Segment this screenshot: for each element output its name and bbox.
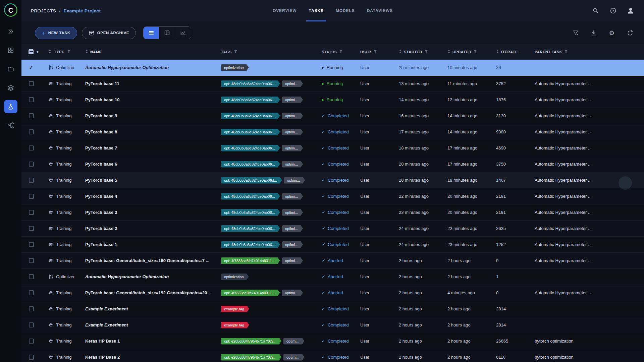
row-checkbox[interactable] [29, 290, 34, 295]
column-header-parent[interactable]: PARENT TASK [530, 50, 644, 54]
table-row[interactable]: TrainingPyTorch base 5opt: 48db0b8a6c824… [21, 172, 644, 188]
column-header-started[interactable]: STARTED [394, 49, 443, 54]
open-archive-button[interactable]: OPEN ARCHIVE [82, 27, 136, 39]
settings-button[interactable]: ⚙ [608, 29, 616, 37]
filter-icon[interactable] [67, 50, 71, 54]
auto-refresh-button[interactable] [626, 29, 634, 37]
task-name[interactable]: PyTorch base 3 [80, 210, 216, 215]
row-checkbox[interactable] [29, 178, 34, 183]
sidebar-item-dashboard[interactable] [4, 44, 17, 57]
row-checkbox[interactable] [29, 81, 34, 86]
breadcrumb-project-name[interactable]: Example Project [63, 8, 101, 13]
row-checkbox[interactable] [29, 97, 34, 102]
row-checkbox[interactable] [29, 129, 34, 134]
search-icon[interactable] [592, 7, 600, 15]
task-name[interactable]: PyTorch base 1 [80, 242, 216, 247]
filter-icon[interactable] [473, 50, 477, 54]
column-header-name[interactable]: NAME [80, 49, 216, 54]
task-name[interactable]: PyTorch base: General/batch_size=192 Gen… [80, 290, 216, 295]
filter-icon[interactable] [564, 50, 568, 54]
tab-models[interactable]: MODELS [336, 0, 355, 21]
row-checkbox[interactable] [29, 145, 34, 150]
table-row[interactable]: TrainingKeras HP Base 1opt: e205d684f795… [21, 333, 644, 349]
task-name[interactable]: PyTorch base 7 [80, 145, 216, 150]
table-row[interactable]: TrainingExample Experimentexample tag✓Co… [21, 317, 644, 333]
row-checkbox[interactable] [29, 355, 34, 360]
task-name[interactable]: PyTorch base 6 [80, 162, 216, 167]
column-header-status[interactable]: STATUS [317, 50, 356, 54]
tab-overview[interactable]: OVERVIEW [273, 0, 297, 21]
sort-icon[interactable] [447, 49, 450, 54]
column-header-type[interactable]: TYPE [44, 49, 80, 54]
row-checkbox[interactable] [29, 194, 34, 199]
table-row[interactable]: TrainingPyTorch base 9opt: 48db0b8a6c824… [21, 108, 644, 124]
download-button[interactable] [590, 29, 598, 37]
sidebar-item-experiments[interactable] [4, 100, 17, 113]
task-name[interactable]: Example Experiment [80, 306, 216, 311]
column-header-updated[interactable]: UPDATED [443, 49, 491, 54]
task-name[interactable]: PyTorch base: General/batch_size=160 Gen… [80, 258, 216, 263]
task-name[interactable]: Example Experiment [80, 322, 216, 327]
view-compare-button[interactable] [175, 27, 191, 39]
help-icon[interactable]: ? [609, 7, 617, 15]
filter-icon[interactable] [424, 50, 428, 54]
filter-icon[interactable] [373, 50, 377, 54]
column-header-iterations[interactable]: ITERATI... [491, 49, 530, 54]
row-checkbox[interactable] [29, 322, 34, 327]
table-row[interactable]: TrainingPyTorch base 1opt: 48db0b8a6c824… [21, 237, 644, 253]
task-name[interactable]: PyTorch base 10 [80, 97, 216, 102]
table-row[interactable]: TrainingPyTorch base 7opt: 48db0b8a6c824… [21, 140, 644, 156]
table-row[interactable]: TrainingPyTorch base 11opt: 48db0b8a6c82… [21, 76, 644, 92]
task-name[interactable]: PyTorch base 2 [80, 226, 216, 231]
task-name[interactable]: Keras HP Base 1 [80, 339, 216, 344]
new-task-button[interactable]: + NEW TASK [35, 27, 77, 39]
task-name[interactable]: PyTorch base 4 [80, 194, 216, 199]
sort-icon[interactable] [85, 49, 88, 54]
task-name[interactable]: PyTorch base 8 [80, 129, 216, 134]
row-checkbox[interactable] [29, 242, 34, 247]
table-row[interactable]: TrainingPyTorch base 10opt: 48db0b8a6c82… [21, 92, 644, 108]
row-checkbox[interactable] [29, 210, 34, 215]
sort-icon[interactable] [48, 49, 51, 54]
task-name[interactable]: Keras HP Base 2 [80, 355, 216, 360]
row-checkbox[interactable] [29, 339, 34, 344]
filter-icon[interactable] [234, 50, 237, 54]
row-checkbox[interactable] [29, 306, 34, 311]
avatar[interactable] [627, 7, 635, 15]
row-checkbox[interactable] [29, 274, 34, 279]
row-checkbox[interactable] [29, 113, 34, 118]
row-selected-check-icon[interactable]: ✓ [29, 64, 33, 71]
scroll-indicator[interactable] [619, 176, 632, 190]
sort-icon[interactable] [496, 49, 499, 54]
sidebar-item-pipelines[interactable] [4, 119, 17, 132]
table-row[interactable]: TrainingKeras HP Base 2opt: e205d684f795… [21, 349, 644, 362]
view-table-button[interactable] [144, 27, 159, 39]
row-checkbox[interactable] [29, 258, 34, 263]
reset-filters-button[interactable] [572, 29, 580, 37]
task-name[interactable]: Automatic Hyperparameter Optimization [80, 65, 216, 70]
tab-tasks[interactable]: TASKS [309, 0, 324, 21]
select-all-checkbox[interactable] [29, 49, 34, 54]
table-row[interactable]: TrainingPyTorch base 8opt: 48db0b8a6c824… [21, 124, 644, 140]
view-split-button[interactable] [159, 27, 175, 39]
table-row[interactable]: TrainingExample Experimentexample tag✓Co… [21, 301, 644, 317]
column-header-user[interactable]: USER [356, 50, 394, 54]
row-checkbox[interactable] [29, 226, 34, 231]
table-row[interactable]: TrainingPyTorch base: General/batch_size… [21, 285, 644, 301]
column-header-tags[interactable]: TAGS [216, 50, 317, 54]
task-name[interactable]: PyTorch base 5 [80, 178, 216, 183]
table-row[interactable]: OptimizerAutomatic Hyperparameter Optimi… [21, 269, 644, 285]
sidebar-item-datasets[interactable] [4, 81, 17, 95]
task-name[interactable]: PyTorch base 11 [80, 81, 216, 86]
table-row[interactable]: TrainingPyTorch base 4opt: 48db0b8a6c824… [21, 188, 644, 204]
row-checkbox[interactable] [29, 162, 34, 167]
selection-menu-caret[interactable]: ▾ [37, 50, 39, 54]
task-name[interactable]: Automatic Hyperparameter Optimization [80, 274, 216, 279]
table-row[interactable]: TrainingPyTorch base 2opt: 48db0b8a6c824… [21, 221, 644, 237]
table-row[interactable]: TrainingPyTorch base: General/batch_size… [21, 253, 644, 269]
task-name[interactable]: PyTorch base 9 [80, 113, 216, 118]
table-row[interactable]: TrainingPyTorch base 6opt: 48db0b8a6c824… [21, 156, 644, 172]
table-row[interactable]: TrainingPyTorch base 3opt: 48db0b8a6c824… [21, 204, 644, 221]
tab-dataviews[interactable]: DATAVIEWS [367, 0, 393, 21]
sidebar-item-projects[interactable] [4, 62, 17, 76]
